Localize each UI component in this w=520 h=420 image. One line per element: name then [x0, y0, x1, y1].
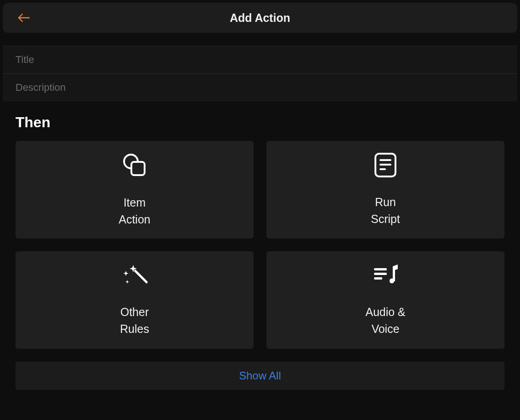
cards-grid: Item Action Run Script: [3, 141, 517, 349]
card-other-rules[interactable]: Other Rules: [16, 251, 254, 349]
music-icon: [371, 263, 400, 290]
svg-rect-2: [131, 162, 145, 175]
svg-rect-10: [374, 277, 382, 280]
svg-rect-9: [374, 273, 387, 275]
card-run-script[interactable]: Run Script: [266, 141, 504, 239]
svg-rect-7: [134, 269, 148, 284]
card-label: Run Script: [371, 194, 400, 228]
back-button[interactable]: [17, 11, 30, 24]
squares-icon: [121, 151, 148, 181]
header-bar: Add Action: [3, 3, 517, 33]
arrow-left-icon: [17, 13, 30, 23]
script-icon: [374, 152, 397, 180]
card-label: Item Action: [119, 194, 150, 228]
card-label: Audio & Voice: [365, 304, 406, 338]
section-title-then: Then: [3, 101, 517, 141]
wand-icon: [120, 263, 149, 290]
card-audio-voice[interactable]: Audio & Voice: [266, 251, 504, 349]
description-row: [3, 73, 517, 101]
card-item-action[interactable]: Item Action: [16, 141, 254, 239]
card-label: Other Rules: [120, 304, 149, 338]
description-input[interactable]: [16, 82, 504, 93]
input-block: [3, 46, 517, 101]
title-row: [3, 46, 517, 73]
svg-rect-8: [374, 268, 387, 270]
title-input[interactable]: [16, 54, 504, 66]
page-title: Add Action: [3, 11, 517, 25]
show-all-button[interactable]: Show All: [16, 362, 504, 390]
show-all-label: Show All: [239, 369, 281, 382]
